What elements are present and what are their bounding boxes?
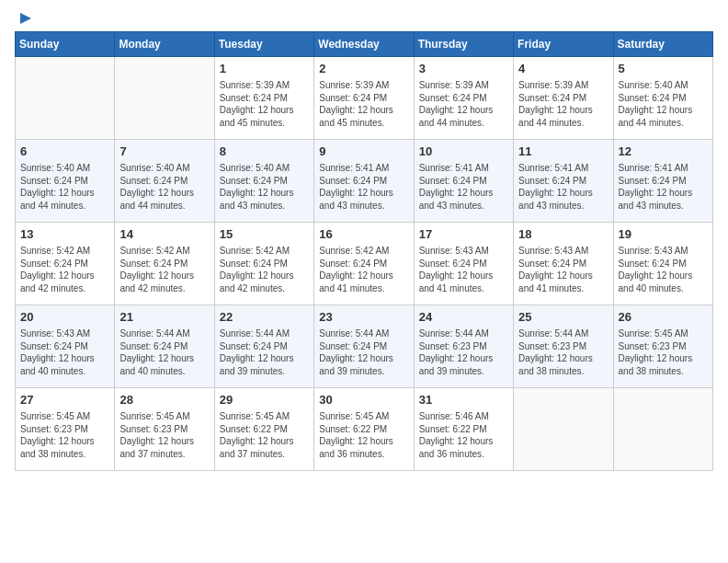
- calendar-cell: 21Sunrise: 5:44 AM Sunset: 6:24 PM Dayli…: [115, 305, 214, 388]
- day-info: Sunrise: 5:41 AM Sunset: 6:24 PM Dayligh…: [419, 162, 508, 212]
- weekday-header-wednesday: Wednesday: [314, 32, 414, 57]
- weekday-header-monday: Monday: [115, 32, 214, 57]
- day-info: Sunrise: 5:45 AM Sunset: 6:23 PM Dayligh…: [20, 410, 109, 460]
- weekday-header-friday: Friday: [514, 32, 613, 57]
- calendar-cell: 17Sunrise: 5:43 AM Sunset: 6:24 PM Dayli…: [414, 223, 513, 305]
- day-info: Sunrise: 5:45 AM Sunset: 6:23 PM Dayligh…: [119, 410, 209, 460]
- day-number: 10: [419, 144, 508, 160]
- calendar-cell: 23Sunrise: 5:44 AM Sunset: 6:24 PM Dayli…: [314, 305, 414, 388]
- day-info: Sunrise: 5:45 AM Sunset: 6:22 PM Dayligh…: [220, 410, 309, 460]
- day-info: Sunrise: 5:45 AM Sunset: 6:23 PM Dayligh…: [619, 327, 708, 377]
- calendar-cell: 11Sunrise: 5:41 AM Sunset: 6:24 PM Dayli…: [514, 140, 613, 223]
- day-number: 12: [619, 144, 708, 160]
- day-info: Sunrise: 5:39 AM Sunset: 6:24 PM Dayligh…: [220, 79, 309, 129]
- calendar-cell: [115, 57, 214, 140]
- calendar-cell: [16, 57, 115, 140]
- calendar-cell: 26Sunrise: 5:45 AM Sunset: 6:23 PM Dayli…: [613, 305, 712, 388]
- calendar-cell: 28Sunrise: 5:45 AM Sunset: 6:23 PM Dayli…: [115, 388, 214, 471]
- calendar-cell: 30Sunrise: 5:45 AM Sunset: 6:22 PM Dayli…: [314, 388, 414, 471]
- day-info: Sunrise: 5:44 AM Sunset: 6:24 PM Dayligh…: [220, 327, 309, 377]
- day-info: Sunrise: 5:39 AM Sunset: 6:24 PM Dayligh…: [419, 79, 508, 129]
- day-number: 17: [419, 226, 508, 243]
- day-number: 30: [319, 392, 408, 408]
- page-header: [15, 15, 713, 22]
- calendar-cell: 25Sunrise: 5:44 AM Sunset: 6:23 PM Dayli…: [514, 305, 613, 388]
- day-info: Sunrise: 5:41 AM Sunset: 6:24 PM Dayligh…: [619, 162, 708, 212]
- day-number: 16: [319, 226, 408, 243]
- day-info: Sunrise: 5:40 AM Sunset: 6:24 PM Dayligh…: [20, 162, 109, 212]
- day-number: 28: [119, 392, 209, 408]
- calendar-cell: 20Sunrise: 5:43 AM Sunset: 6:24 PM Dayli…: [16, 305, 115, 388]
- day-info: Sunrise: 5:44 AM Sunset: 6:24 PM Dayligh…: [119, 327, 209, 377]
- calendar-cell: 19Sunrise: 5:43 AM Sunset: 6:24 PM Dayli…: [613, 223, 712, 305]
- day-number: 23: [319, 309, 408, 326]
- calendar-cell: 12Sunrise: 5:41 AM Sunset: 6:24 PM Dayli…: [613, 140, 712, 223]
- day-number: 2: [319, 61, 408, 77]
- day-info: Sunrise: 5:42 AM Sunset: 6:24 PM Dayligh…: [319, 245, 408, 294]
- calendar-cell: 16Sunrise: 5:42 AM Sunset: 6:24 PM Dayli…: [314, 223, 414, 305]
- day-number: 19: [619, 226, 708, 243]
- day-number: 13: [20, 226, 109, 243]
- calendar-cell: 7Sunrise: 5:40 AM Sunset: 6:24 PM Daylig…: [115, 140, 214, 223]
- day-info: Sunrise: 5:43 AM Sunset: 6:24 PM Dayligh…: [419, 245, 508, 294]
- calendar-cell: 29Sunrise: 5:45 AM Sunset: 6:22 PM Dayli…: [214, 388, 313, 471]
- day-info: Sunrise: 5:39 AM Sunset: 6:24 PM Dayligh…: [518, 79, 608, 129]
- logo: [15, 15, 33, 22]
- day-number: 1: [220, 61, 309, 77]
- calendar-cell: 27Sunrise: 5:45 AM Sunset: 6:23 PM Dayli…: [16, 388, 115, 471]
- day-info: Sunrise: 5:44 AM Sunset: 6:23 PM Dayligh…: [419, 327, 508, 377]
- day-number: 5: [619, 61, 708, 77]
- calendar-cell: 3Sunrise: 5:39 AM Sunset: 6:24 PM Daylig…: [414, 57, 513, 140]
- weekday-header-tuesday: Tuesday: [214, 32, 313, 57]
- day-number: 14: [119, 226, 209, 243]
- weekday-header-sunday: Sunday: [16, 32, 115, 57]
- calendar-cell: 18Sunrise: 5:43 AM Sunset: 6:24 PM Dayli…: [514, 223, 613, 305]
- day-info: Sunrise: 5:44 AM Sunset: 6:23 PM Dayligh…: [518, 327, 608, 377]
- day-number: 8: [220, 144, 309, 160]
- svg-marker-0: [20, 13, 31, 24]
- day-number: 29: [220, 392, 309, 408]
- logo-flag-icon: [17, 11, 33, 28]
- day-info: Sunrise: 5:44 AM Sunset: 6:24 PM Dayligh…: [319, 327, 408, 377]
- day-info: Sunrise: 5:43 AM Sunset: 6:24 PM Dayligh…: [619, 245, 708, 294]
- day-number: 20: [20, 309, 109, 326]
- calendar-cell: 6Sunrise: 5:40 AM Sunset: 6:24 PM Daylig…: [16, 140, 115, 223]
- calendar-cell: 2Sunrise: 5:39 AM Sunset: 6:24 PM Daylig…: [314, 57, 414, 140]
- calendar-cell: 4Sunrise: 5:39 AM Sunset: 6:24 PM Daylig…: [514, 57, 613, 140]
- day-info: Sunrise: 5:45 AM Sunset: 6:22 PM Dayligh…: [319, 410, 408, 460]
- weekday-header-thursday: Thursday: [414, 32, 513, 57]
- calendar-cell: [613, 388, 712, 471]
- day-info: Sunrise: 5:42 AM Sunset: 6:24 PM Dayligh…: [220, 245, 309, 294]
- calendar-cell: [514, 388, 613, 471]
- calendar-table: SundayMondayTuesdayWednesdayThursdayFrid…: [15, 31, 713, 471]
- day-info: Sunrise: 5:42 AM Sunset: 6:24 PM Dayligh…: [20, 245, 109, 294]
- calendar-cell: 1Sunrise: 5:39 AM Sunset: 6:24 PM Daylig…: [214, 57, 313, 140]
- day-info: Sunrise: 5:39 AM Sunset: 6:24 PM Dayligh…: [319, 79, 408, 129]
- day-info: Sunrise: 5:43 AM Sunset: 6:24 PM Dayligh…: [20, 327, 109, 377]
- day-number: 31: [419, 392, 508, 408]
- calendar-cell: 9Sunrise: 5:41 AM Sunset: 6:24 PM Daylig…: [314, 140, 414, 223]
- day-info: Sunrise: 5:40 AM Sunset: 6:24 PM Dayligh…: [220, 162, 309, 212]
- day-number: 21: [119, 309, 209, 326]
- day-number: 6: [20, 144, 109, 160]
- day-number: 24: [419, 309, 508, 326]
- day-number: 3: [419, 61, 508, 77]
- weekday-header-saturday: Saturday: [613, 32, 712, 57]
- calendar-cell: 22Sunrise: 5:44 AM Sunset: 6:24 PM Dayli…: [214, 305, 313, 388]
- day-info: Sunrise: 5:40 AM Sunset: 6:24 PM Dayligh…: [119, 162, 209, 212]
- day-number: 7: [119, 144, 209, 160]
- day-info: Sunrise: 5:40 AM Sunset: 6:24 PM Dayligh…: [619, 79, 708, 129]
- day-number: 4: [518, 61, 608, 77]
- calendar-cell: 10Sunrise: 5:41 AM Sunset: 6:24 PM Dayli…: [414, 140, 513, 223]
- day-info: Sunrise: 5:41 AM Sunset: 6:24 PM Dayligh…: [319, 162, 408, 212]
- day-info: Sunrise: 5:46 AM Sunset: 6:22 PM Dayligh…: [419, 410, 508, 460]
- calendar-cell: 14Sunrise: 5:42 AM Sunset: 6:24 PM Dayli…: [115, 223, 214, 305]
- day-number: 18: [518, 226, 608, 243]
- day-info: Sunrise: 5:41 AM Sunset: 6:24 PM Dayligh…: [518, 162, 608, 212]
- day-number: 27: [20, 392, 109, 408]
- day-number: 11: [518, 144, 608, 160]
- calendar-cell: 24Sunrise: 5:44 AM Sunset: 6:23 PM Dayli…: [414, 305, 513, 388]
- calendar-cell: 5Sunrise: 5:40 AM Sunset: 6:24 PM Daylig…: [613, 57, 712, 140]
- calendar-cell: 13Sunrise: 5:42 AM Sunset: 6:24 PM Dayli…: [16, 223, 115, 305]
- day-info: Sunrise: 5:43 AM Sunset: 6:24 PM Dayligh…: [518, 245, 608, 294]
